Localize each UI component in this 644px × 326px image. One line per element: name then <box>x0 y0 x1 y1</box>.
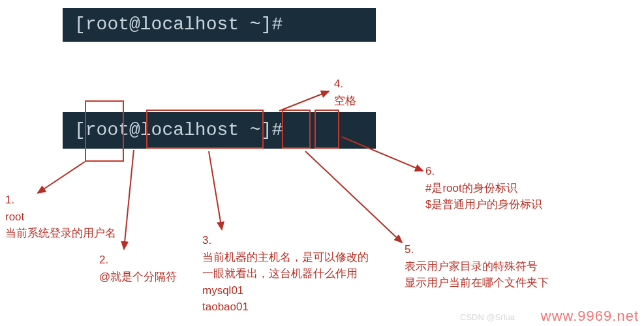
annotation-6-hash: 6. #是root的身份标识 $是普通用户的身份标识 <box>425 163 542 213</box>
annotation-line: #是root的身份标识 <box>425 182 517 194</box>
watermark-csdn: CSDN @Srlua <box>460 312 515 322</box>
annotation-line: 当前系统登录的用户名 <box>5 227 116 239</box>
highlight-box-hostname <box>146 110 264 149</box>
annotation-line: 当前机器的主机名，是可以修改的 <box>202 251 369 263</box>
annotation-1-root: 1. root 当前系统登录的用户名 <box>5 192 116 242</box>
svg-line-5 <box>305 151 402 243</box>
annotation-number: 4. <box>334 76 356 93</box>
annotation-3-hostname: 3. 当前机器的主机名，是可以修改的 一眼就看出，这台机器什么作用 mysql0… <box>202 232 369 316</box>
highlight-box-hash <box>314 110 339 149</box>
annotation-line: mysql01 <box>202 284 243 297</box>
annotation-line: $是普通用户的身份标识 <box>425 198 542 211</box>
svg-line-4 <box>279 91 329 111</box>
annotation-number: 3. <box>202 232 369 249</box>
terminal-prompt-top: [root@localhost ~]# <box>63 8 376 42</box>
svg-line-2 <box>124 150 134 249</box>
annotation-line: 表示用户家目录的特殊符号 <box>405 260 538 273</box>
annotation-line: 空格 <box>334 95 356 107</box>
annotation-number: 1. <box>5 192 116 209</box>
svg-line-1 <box>38 162 85 193</box>
annotation-line: 一眼就看出，这台机器什么作用 <box>202 267 358 280</box>
svg-line-3 <box>209 151 222 230</box>
annotation-line: taobao01 <box>202 301 249 313</box>
highlight-box-tilde <box>282 110 311 149</box>
annotation-4-space: 4. 空格 <box>334 76 356 109</box>
annotation-5-tilde: 5. 表示用户家目录的特殊符号 显示用户当前在哪个文件夹下 <box>405 241 549 291</box>
annotation-number: 6. <box>425 163 542 180</box>
annotation-line: root <box>5 211 24 223</box>
watermark-site: www.9969.net <box>541 308 639 325</box>
annotation-2-at: 2. @就是个分隔符 <box>99 252 177 285</box>
annotation-line: @就是个分隔符 <box>99 271 177 283</box>
annotation-number: 2. <box>99 252 177 269</box>
highlight-box-root <box>85 100 124 162</box>
annotation-number: 5. <box>405 241 549 258</box>
annotation-line: 显示用户当前在哪个文件夹下 <box>405 276 549 289</box>
